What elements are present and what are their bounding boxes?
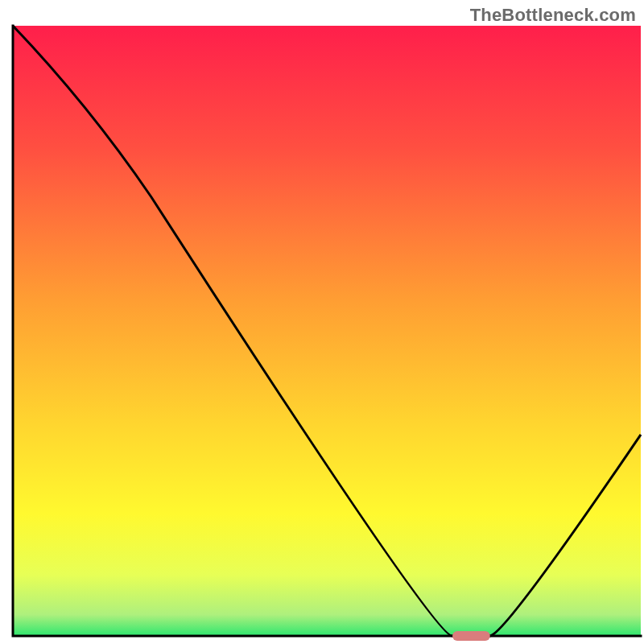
plot-background — [13, 26, 641, 636]
optimal-range-marker — [452, 631, 490, 641]
bottleneck-chart — [0, 0, 644, 644]
